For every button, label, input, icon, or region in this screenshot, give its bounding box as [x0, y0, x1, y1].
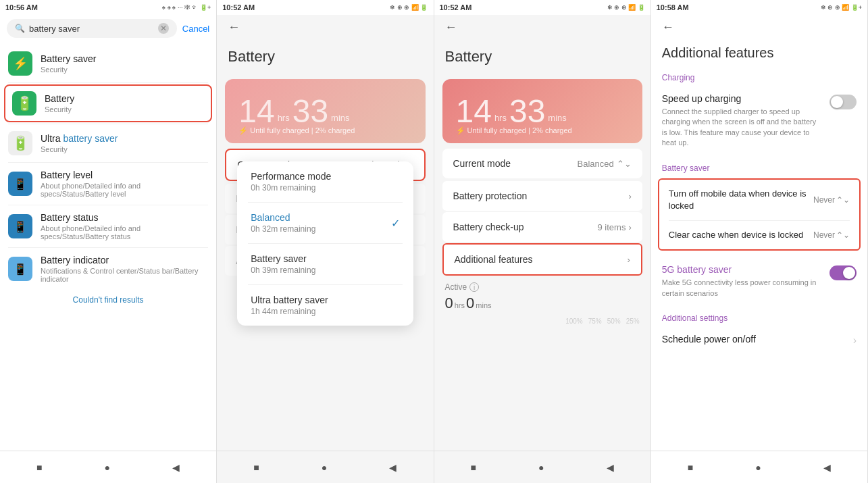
nav-home-btn[interactable]: ●: [105, 462, 110, 473]
active-mins-unit-p3: mins: [476, 301, 491, 309]
bsaver-row-cache[interactable]: Clear cache when device is locked Never …: [659, 221, 859, 249]
battery-card-p2: 14 hrs 33 mins ⚡ Until fully charged | 2…: [225, 79, 425, 143]
battery-num2-p2: 33: [292, 93, 328, 130]
nav-bar-p1: ■ ● ◀: [0, 451, 216, 483]
no-results-text: Couldn't find results: [0, 290, 216, 310]
bsaver-value-mobile: Never ⌃⌄: [813, 195, 850, 205]
result-text-battery-saver: Battery saver Security: [41, 53, 208, 74]
feature-speed-up-charging[interactable]: Speed up charging Connect the supplied c…: [651, 85, 867, 157]
additional-label: Additional features: [455, 254, 533, 265]
chevron-checkup: ›: [628, 222, 631, 232]
feature-schedule-power[interactable]: Schedule power on/off ›: [651, 326, 867, 355]
result-item-battery-saver[interactable]: ⚡ Battery saver Security: [0, 45, 216, 82]
spinner-icon-mobile: ⌃⌄: [836, 195, 850, 205]
nav-bar-p2: ■ ● ◀: [217, 451, 433, 483]
active-label-p3: Active: [445, 282, 467, 292]
result-icon-battery-level: 📱: [8, 172, 32, 196]
nav-bar-p3: ■ ● ◀: [434, 451, 650, 483]
result-icon-battery: 🔋: [12, 91, 36, 116]
dropdown-item-ultra[interactable]: Ultra battery saver 1h 44m remaining: [237, 285, 413, 326]
battery-num2-p3: 33: [509, 93, 545, 130]
result-text-battery-level: Battery level About phone/Detailed info …: [41, 170, 208, 198]
status-icons-p2: ❄ ⊕ ⊕ 📶 🔋: [390, 4, 428, 11]
back-button-p3[interactable]: ←: [434, 15, 650, 40]
list-item-additional-p3[interactable]: Additional features ›: [442, 243, 642, 276]
time-p2: 10:52 AM: [222, 3, 255, 11]
nav-home-btn-p4[interactable]: ●: [755, 462, 761, 473]
feature-desc-speed-up: Connect the supplied charger to speed up…: [662, 107, 821, 149]
nav-stop-btn-p2[interactable]: ■: [253, 462, 259, 473]
cancel-button[interactable]: Cancel: [182, 24, 209, 34]
time-p4: 10:58 AM: [657, 3, 689, 11]
result-subtitle-battery-indicator: Notifications & Control center/Status ba…: [41, 267, 208, 283]
nav-back-btn-p2[interactable]: ◀: [389, 462, 397, 473]
active-mins-p3: 0: [466, 295, 474, 312]
toggle-speed-up-charging[interactable]: [829, 95, 857, 109]
result-title-battery-status: Battery status: [41, 212, 208, 223]
nav-stop-btn-p4[interactable]: ■: [688, 462, 693, 473]
nav-stop-btn-p3[interactable]: ■: [471, 462, 476, 473]
nav-bar-p4: ■ ● ◀: [651, 451, 867, 483]
search-clear-btn[interactable]: ✕: [158, 23, 169, 34]
chevron-additional: ›: [627, 255, 630, 265]
panel-additional-features: 10:58 AM ❄ ⊕ ⊕ 📶 🔋+ ← Additional feature…: [651, 0, 868, 483]
battery-saver-section: Turn off mobile data when device is lock…: [658, 178, 861, 251]
result-item-ultra[interactable]: 🔋 Ultra battery saver Security: [0, 124, 216, 162]
status-icons-p4: ❄ ⊕ ⊕ 📶 🔋+: [821, 4, 862, 11]
nav-home-btn-p3[interactable]: ●: [538, 462, 544, 473]
battery-title-p3: Battery: [434, 40, 650, 74]
time-p1: 10:56 AM: [5, 3, 38, 11]
panel2-content: Battery 14 hrs 33 mins ⚡ Until fully cha…: [217, 40, 433, 451]
panel-battery-main: 10:52 AM ❄ ⊕ ⊕ 📶 🔋 ← Battery 14 hrs 33 m…: [434, 0, 651, 483]
time-p3: 10:52 AM: [440, 3, 472, 11]
panel-search: 10:56 AM ⊕ ⊕ ⊕ ··· ❄ ᯤ 🔋+ 🔍 battery save…: [0, 0, 217, 483]
section-additional-settings: Additional settings: [651, 307, 867, 326]
search-bar: 🔍 battery saver ✕ Cancel: [0, 15, 216, 42]
section-battery-saver: Battery saver: [651, 157, 867, 176]
active-hrs-unit-p3: hrs: [455, 301, 465, 309]
list-item-battery-protection-p3[interactable]: Battery protection ›: [442, 181, 642, 211]
bsaver-label-mobile: Turn off mobile data when device is lock…: [669, 188, 813, 212]
dropdown-title-performance: Performance mode: [251, 171, 399, 182]
dropdown-item-battery-saver[interactable]: Battery saver 0h 39m remaining: [237, 244, 413, 284]
result-icon-battery-status: 📱: [8, 214, 32, 238]
dropdown-item-performance[interactable]: Performance mode 0h 30m remaining: [237, 161, 413, 202]
nav-back-btn[interactable]: ◀: [172, 462, 180, 473]
nav-back-btn-p4[interactable]: ◀: [823, 462, 831, 473]
battery-num1-p2: 14: [238, 93, 274, 130]
nav-stop-btn[interactable]: ■: [36, 462, 42, 473]
dropdown-sub-performance: 0h 30m remaining: [251, 183, 399, 193]
list-item-battery-checkup-p3[interactable]: Battery check-up 9 items ›: [442, 212, 642, 242]
result-item-battery-indicator[interactable]: 📱 Battery indicator Notifications & Cont…: [0, 248, 216, 290]
battery-num1-p3: 14: [456, 93, 492, 130]
panel4-content: Additional features Charging Speed up ch…: [651, 40, 867, 451]
search-icon: 🔍: [15, 24, 25, 33]
result-title-battery-indicator: Battery indicator: [41, 255, 208, 265]
feature-5g-battery-saver[interactable]: 5G battery saver Make 5G connectivity le…: [651, 256, 867, 307]
divider: [8, 82, 208, 83]
result-text-battery-indicator: Battery indicator Notifications & Contro…: [41, 255, 208, 283]
nav-home-btn-p2[interactable]: ●: [322, 462, 327, 473]
mode-row-p3[interactable]: Current mode Balanced ⌃⌄: [442, 149, 642, 178]
back-button-p2[interactable]: ←: [217, 15, 433, 40]
dropdown-sub-ultra: 1h 44m remaining: [251, 307, 399, 316]
result-item-battery-level[interactable]: 📱 Battery level About phone/Detailed inf…: [0, 163, 216, 205]
result-subtitle-battery-level: About phone/Detailed info and specs/Stat…: [41, 182, 208, 198]
result-item-battery[interactable]: 🔋 Battery Security: [4, 84, 212, 122]
nav-back-btn-p3[interactable]: ◀: [607, 462, 614, 473]
result-title-battery: Battery: [45, 93, 204, 104]
status-icons-p3: ❄ ⊕ ⊕ 📶 🔋: [607, 4, 645, 11]
dropdown-title-battery-saver: Battery saver: [251, 253, 399, 264]
toggle-5g-battery-saver[interactable]: [829, 265, 857, 280]
search-input-wrap[interactable]: 🔍 battery saver ✕: [7, 19, 177, 38]
status-bar-p2: 10:52 AM ❄ ⊕ ⊕ 📶 🔋: [217, 0, 433, 15]
panel-battery-dropdown: 10:52 AM ❄ ⊕ ⊕ 📶 🔋 ← Battery 14 hrs 33 m…: [217, 0, 434, 483]
dropdown-item-balanced[interactable]: Balanced 0h 32m remaining ✓: [237, 203, 413, 243]
result-subtitle-ultra: Security: [41, 145, 208, 153]
mode-value-p3: Balanced ⌃⌄: [578, 159, 632, 169]
section-charging: Charging: [651, 66, 867, 85]
back-button-p4[interactable]: ←: [651, 15, 867, 40]
search-results-list: ⚡ Battery saver Security 🔋 Battery Secur…: [0, 42, 216, 451]
bsaver-row-mobile[interactable]: Turn off mobile data when device is lock…: [659, 180, 859, 220]
result-item-battery-status[interactable]: 📱 Battery status About phone/Detailed in…: [0, 205, 216, 247]
